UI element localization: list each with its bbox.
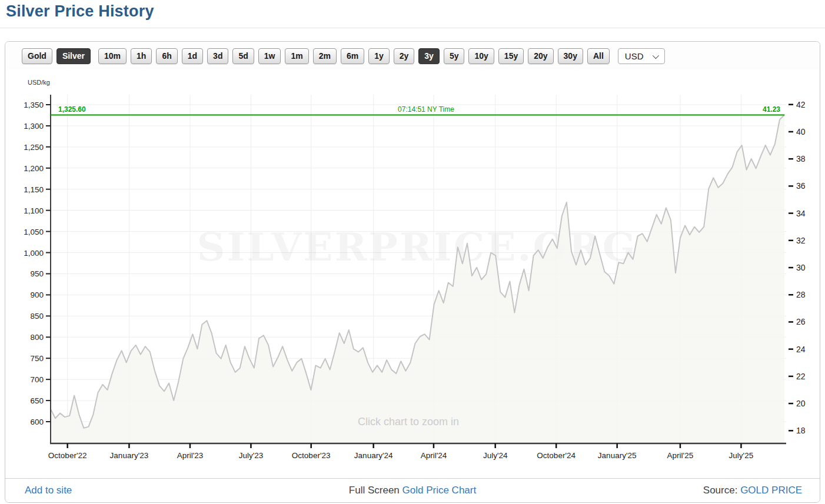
metal-button-gold[interactable]: Gold [22, 48, 52, 64]
range-button-30y[interactable]: 30y [558, 48, 583, 64]
panel-footer: Add to site Full Screen Gold Price Chart… [5, 478, 820, 502]
y-tick-label: 800 [30, 333, 44, 342]
price-chart[interactable]: SILVERPRICE.ORGClick chart to zoom in1,3… [5, 70, 820, 465]
y-tick-label: 1,000 [24, 249, 44, 258]
x-tick-label: April'24 [421, 451, 447, 460]
source-label: Source: [703, 485, 740, 496]
right-y-tick-label: 26 [796, 317, 806, 326]
page-title: Silver Price History [0, 0, 825, 21]
range-button-10y[interactable]: 10y [468, 48, 494, 64]
title-divider [0, 28, 825, 28]
right-y-tick-label: 42 [796, 100, 806, 109]
right-y-tick-label: 18 [796, 426, 806, 435]
x-tick-label: January'23 [110, 451, 149, 460]
x-tick-label: July'24 [483, 451, 508, 460]
range-button-all[interactable]: All [587, 48, 610, 64]
right-y-tick-label: 28 [796, 290, 806, 299]
right-y-tick-label: 24 [796, 345, 806, 354]
price-chart-svg[interactable]: SILVERPRICE.ORGClick chart to zoom in1,3… [5, 70, 820, 465]
range-button-15y[interactable]: 15y [498, 48, 524, 64]
footer-center: Full Screen Gold Price Chart [5, 485, 820, 496]
y-tick-label: 900 [30, 291, 44, 299]
range-button-6h[interactable]: 6h [156, 48, 177, 64]
range-button-1w[interactable]: 1w [258, 48, 281, 64]
range-button-6m[interactable]: 6m [341, 48, 364, 64]
x-tick-label: July'25 [729, 451, 754, 460]
range-button-3y[interactable]: 3y [418, 48, 440, 64]
y-tick-label: 650 [30, 396, 44, 405]
x-tick-label: July'23 [239, 451, 264, 460]
current-price-kg-label: 1,325.60 [58, 105, 86, 114]
metal-toggle-group: GoldSilver [22, 48, 91, 64]
y-tick-label: 750 [30, 354, 44, 363]
right-y-tick-label: 22 [796, 372, 806, 381]
range-button-5y[interactable]: 5y [444, 48, 465, 64]
y-tick-label: 1,150 [24, 185, 44, 194]
y-tick-label: 1,050 [24, 228, 44, 236]
gold-price-chart-link[interactable]: Gold Price Chart [402, 485, 477, 496]
zoom-hint-text: Click chart to zoom in [358, 416, 459, 428]
y-tick-label: 1,250 [24, 143, 44, 152]
y-tick-label: 850 [30, 312, 44, 321]
gold-price-source-link[interactable]: GOLD PRICE [740, 485, 802, 496]
range-button-1m[interactable]: 1m [285, 48, 308, 64]
metal-button-silver[interactable]: Silver [56, 48, 91, 64]
range-button-5d[interactable]: 5d [232, 48, 254, 64]
chart-panel: GoldSilver 10m1h6h1d3d5d1w1m2m6m1y2y3y5y… [5, 41, 820, 503]
x-tick-label: October'22 [48, 451, 87, 460]
x-tick-label: October'23 [292, 451, 331, 460]
range-button-1y[interactable]: 1y [368, 48, 390, 64]
currency-value: USD [625, 51, 644, 61]
right-y-tick-label: 20 [796, 399, 806, 408]
y-tick-label: 1,350 [24, 101, 44, 109]
x-tick-label: April'23 [177, 451, 204, 460]
page: Silver Price History GoldSilver 10m1h6h1… [0, 0, 825, 504]
x-tick-label: April'25 [667, 451, 694, 460]
full-screen-label: Full Screen [349, 485, 402, 496]
range-button-2m[interactable]: 2m [313, 48, 337, 64]
y-tick-label: 1,300 [24, 122, 44, 131]
y-axis-unit-label: USD/kg [28, 79, 50, 86]
range-button-3d[interactable]: 3d [207, 48, 228, 64]
x-tick-label: January'25 [598, 451, 637, 460]
x-tick-label: October'24 [537, 451, 575, 460]
y-tick-label: 1,200 [24, 164, 44, 173]
y-tick-label: 600 [30, 418, 44, 426]
x-tick-label: January'24 [354, 451, 393, 460]
range-button-10m[interactable]: 10m [98, 48, 127, 64]
price-area-fill [51, 115, 784, 444]
y-tick-label: 700 [30, 375, 44, 384]
range-button-group: 10m1h6h1d3d5d1w1m2m6m1y2y3y5y10y15y20y30… [98, 48, 610, 64]
ny-time-label: 07:14:51 NY Time [398, 105, 454, 114]
footer-source: Source: GOLD PRICE [703, 485, 802, 496]
right-y-tick-label: 34 [796, 209, 806, 218]
range-button-2y[interactable]: 2y [394, 48, 415, 64]
range-button-1d[interactable]: 1d [182, 48, 203, 64]
range-button-20y[interactable]: 20y [528, 48, 553, 64]
right-y-tick-label: 38 [796, 154, 806, 163]
right-y-tick-label: 40 [796, 127, 806, 136]
current-price-oz-label: 41.23 [763, 105, 780, 114]
currency-select[interactable]: USD [618, 48, 666, 64]
y-tick-label: 1,100 [24, 206, 44, 215]
right-y-tick-label: 36 [796, 181, 806, 191]
range-button-1h[interactable]: 1h [131, 48, 152, 64]
right-y-tick-label: 30 [796, 263, 806, 272]
y-tick-label: 950 [30, 269, 44, 278]
right-y-tick-label: 32 [796, 236, 806, 245]
chevron-down-icon [653, 52, 659, 58]
toolbar: GoldSilver 10m1h6h1d3d5d1w1m2m6m1y2y3y5y… [5, 42, 820, 70]
